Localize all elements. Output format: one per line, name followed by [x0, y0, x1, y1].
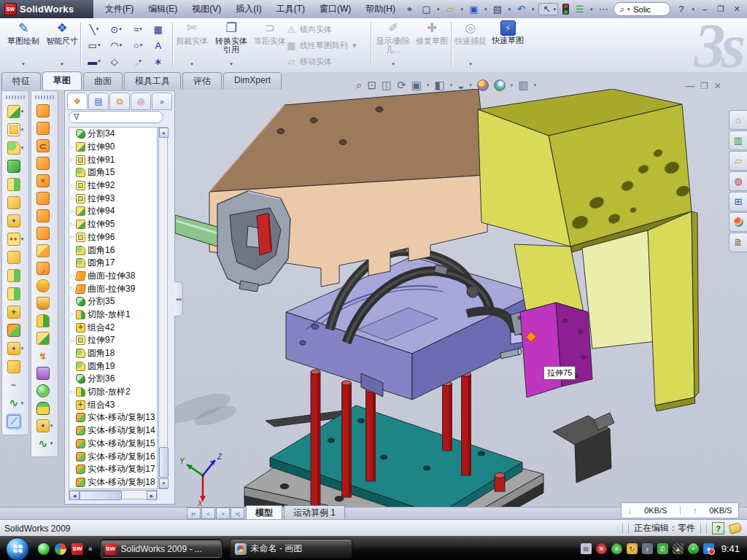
new-file-icon[interactable]: ▢	[420, 4, 433, 15]
smart-dimension-button[interactable]: ❖ 智能尺寸 ▾	[45, 20, 79, 69]
feature-manager-tab[interactable]: ❖	[67, 93, 88, 110]
doc-minimize-button[interactable]: —	[686, 81, 694, 91]
sketch-entity-button[interactable]: ≈▾	[127, 21, 149, 37]
tree-item[interactable]: ▷ 实体-移动/复制15	[69, 438, 157, 451]
graphics-area[interactable]: Y Z X ⌕ ⊡ ◫ ⟳ ▣▾ ◧▾ ◒▾ ▾ ▥▾ — ❐ ✕	[0, 72, 747, 507]
surface-tool-button[interactable]: ▾	[31, 190, 58, 207]
chevron-down-icon[interactable]: ▾	[21, 400, 24, 406]
sketch-button[interactable]: ✎ 草图绘制 ▾	[4, 20, 42, 69]
quick-launch-more-icon[interactable]: »	[88, 545, 93, 553]
sketch-entity-button[interactable]: ▬▾	[83, 53, 105, 69]
section-view-icon[interactable]: ◫	[382, 79, 392, 92]
search-box[interactable]: ⌕ ▾	[614, 2, 670, 16]
antivirus-icon[interactable]: ⚡	[611, 543, 622, 554]
chevron-down-icon[interactable]: ▾	[427, 82, 430, 88]
linear-sketch-pattern-button[interactable]: ▦线性草图阵列▾	[286, 37, 368, 53]
surface-tool-button[interactable]: ▾	[31, 277, 58, 295]
security-alert-icon[interactable]: ✕	[596, 543, 607, 554]
chevron-down-icon[interactable]: ▾	[119, 26, 122, 32]
chevron-down-icon[interactable]: ▾	[460, 7, 463, 12]
tree-item[interactable]: ▷ 组合43	[69, 398, 157, 411]
chevron-down-icon[interactable]: ▾	[139, 26, 142, 32]
surface-tool-button[interactable]: ▾	[31, 207, 58, 225]
mirror-entities-button[interactable]: ⚠镜向实体	[286, 21, 368, 37]
tree-item[interactable]: ▷ 分割35	[69, 295, 157, 308]
tree-item[interactable]: ▷ 实体-移动/复制14	[69, 424, 157, 438]
tree-filter-box[interactable]: ∇	[69, 111, 163, 123]
keyboard-layout-icon[interactable]: ▤	[581, 543, 592, 554]
menu-item[interactable]: 帮助(H)	[358, 0, 403, 18]
sketch-entity-button[interactable]: ◞▾	[127, 53, 149, 69]
rotate-view-icon[interactable]: ⟳	[397, 79, 406, 92]
menu-item[interactable]: 窗口(W)	[312, 0, 358, 18]
tree-item[interactable]: ▷ 圆角19	[69, 359, 157, 373]
configuration-manager-tab[interactable]: ⧉	[109, 93, 130, 110]
surface-tool-button[interactable]: ▾	[31, 155, 58, 172]
chevron-down-icon[interactable]: ▾	[533, 82, 536, 88]
feature-tool-button[interactable]: ▾	[2, 339, 28, 357]
select-tool-button[interactable]: ↖▾	[538, 3, 558, 15]
command-tab[interactable]: DimXpert	[223, 72, 282, 90]
tree-item[interactable]: ▷ 分割36	[69, 373, 157, 386]
surface-tool-button[interactable]: ▾	[31, 312, 58, 330]
quick-snaps-button[interactable]: ◎ 快速捕捉 ▾	[454, 20, 487, 69]
chevron-down-icon[interactable]: ▾	[469, 82, 472, 88]
sketch-entity-button[interactable]: ╲▾	[83, 21, 105, 37]
tree-item[interactable]: ▷ 实体-移动/复制13	[69, 411, 157, 424]
feature-tool-button[interactable]: ▾	[2, 412, 28, 430]
trim-entities-button[interactable]: ✄ 剪裁实体 ▾	[175, 20, 209, 69]
dimxpert-manager-tab[interactable]: ◎	[131, 93, 151, 110]
menu-item[interactable]: 插入(I)	[228, 0, 268, 18]
display-style-icon[interactable]: ◧	[434, 79, 444, 92]
tab-nav-button[interactable]: <	[201, 508, 215, 519]
chevron-down-icon[interactable]: ▾	[21, 109, 24, 114]
scroll-right-button[interactable]: ▶	[147, 491, 157, 500]
network-warning-icon[interactable]: ▲	[673, 543, 684, 554]
tag-icon[interactable]	[729, 522, 743, 534]
chevron-down-icon[interactable]: ▾	[437, 7, 440, 12]
scroll-down-button[interactable]: ▼	[159, 478, 169, 489]
chevron-down-icon[interactable]: ▾	[50, 440, 53, 446]
chevron-down-icon[interactable]: ▾	[508, 7, 511, 12]
tree-item[interactable]: ▷ 曲面-拉伸38	[69, 270, 157, 283]
chevron-down-icon[interactable]: ▾	[61, 60, 63, 69]
sketch-entity-button[interactable]: ▦▾	[149, 21, 171, 37]
feature-tool-button[interactable]: ▾	[2, 157, 28, 175]
chevron-down-icon[interactable]: ▾	[627, 7, 630, 12]
zoom-area-icon[interactable]: ⊡	[367, 79, 376, 92]
taskbar-button-solidworks[interactable]: SW SolidWorks 2009 - ...	[100, 539, 222, 559]
move-entities-button[interactable]: ▱移动实体	[286, 53, 368, 69]
chevron-down-icon[interactable]: ▾	[96, 26, 99, 32]
sketch-entity-button[interactable]: ▭▾	[83, 37, 105, 53]
command-tab[interactable]: 评估	[182, 72, 222, 90]
feature-tool-button[interactable]: ▾	[2, 248, 28, 266]
sketch-entity-button[interactable]: ∗▾	[149, 53, 171, 69]
expand-arrow-icon[interactable]: ▷	[69, 209, 76, 214]
command-tab[interactable]: 特征	[1, 72, 41, 90]
surface-tool-button[interactable]: ▾	[31, 225, 58, 242]
tree-item[interactable]: ▷ 拉伸97	[69, 334, 157, 347]
surface-tool-button[interactable]: ▾	[31, 242, 58, 260]
tree-item[interactable]: ▷ 拉伸91	[69, 153, 157, 166]
feature-tool-button[interactable]: ▾	[2, 139, 28, 157]
print-icon[interactable]: ▤	[491, 4, 503, 15]
tree-item[interactable]: ▷ 实体-移动/复制16	[69, 450, 157, 463]
scroll-left-button[interactable]: ◀	[69, 491, 80, 500]
chevron-down-icon[interactable]: ▾	[21, 127, 24, 133]
scrollbar-thumb[interactable]	[159, 447, 169, 478]
help-icon[interactable]: ?	[675, 4, 687, 15]
edit-appearance-icon[interactable]	[477, 79, 489, 91]
surface-tool-button[interactable]: ▾	[31, 400, 58, 417]
chevron-down-icon[interactable]: ▾	[21, 236, 24, 242]
taskbar-clock[interactable]: 9:41	[721, 543, 740, 554]
tree-item[interactable]: ▷ 圆角15	[69, 166, 157, 179]
part-extrude75-magenta[interactable]	[520, 303, 592, 397]
options-list-icon[interactable]: ☰	[573, 4, 586, 15]
scroll-up-button[interactable]: ▲	[159, 128, 169, 138]
display-delete-relations-button[interactable]: ✐ 显示/删除几... ▾	[374, 20, 412, 69]
feature-tool-button[interactable]: ▾	[2, 376, 28, 394]
feature-tool-button[interactable]: ▾	[2, 230, 28, 248]
offset-entities-button[interactable]: ⊃ 等距实体	[254, 20, 286, 69]
search-results-tab[interactable]: ◍	[729, 171, 747, 191]
chevron-down-icon[interactable]: ▾	[21, 145, 24, 151]
